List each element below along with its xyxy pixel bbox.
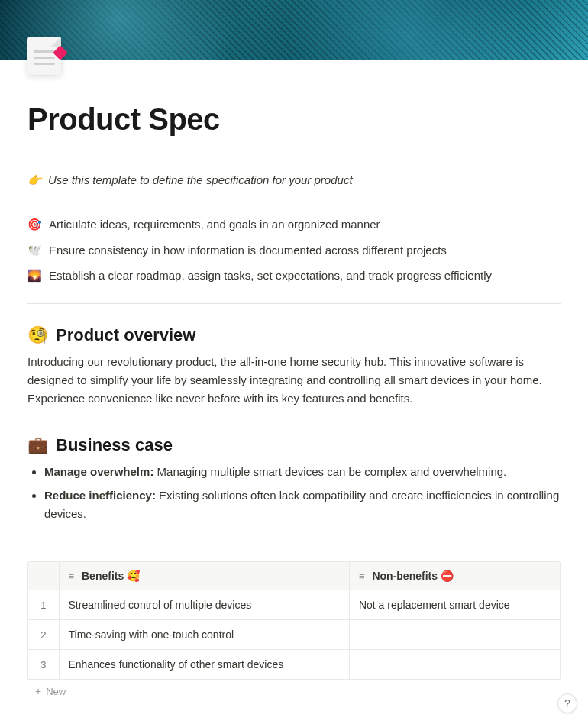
column-label: Non-benefits xyxy=(372,570,438,582)
business-case-heading[interactable]: 💼 Business case xyxy=(27,435,561,455)
benefits-table: ≡ Benefits 🥰 ≡ Non-benefits ⛔ 1 Streamli… xyxy=(27,561,561,680)
list-item[interactable]: Manage overwhelm: Managing multiple smar… xyxy=(44,463,561,481)
goal-item[interactable]: 🎯 Articulate ideas, requirements, and go… xyxy=(27,216,561,234)
heart-face-icon: 🥰 xyxy=(127,570,140,582)
overview-heading[interactable]: 🧐 Product overview xyxy=(27,325,561,345)
goal-item[interactable]: 🕊️ Ensure consistency in how information… xyxy=(27,242,561,260)
non-benefits-column-header[interactable]: ≡ Non-benefits ⛔ xyxy=(349,562,560,590)
overview-body[interactable]: Introducing our revolutionary product, t… xyxy=(27,353,561,408)
list-item[interactable]: Reduce inefficiency: Existing solutions … xyxy=(44,486,561,523)
briefcase-icon: 💼 xyxy=(27,435,48,455)
non-benefit-cell[interactable]: Not a replacement smart device xyxy=(349,590,560,620)
callout-text: Use this template to define the specific… xyxy=(48,173,353,186)
goal-text: Articulate ideas, requirements, and goal… xyxy=(49,216,380,234)
table-row[interactable]: 1 Streamlined control of multiple device… xyxy=(28,590,560,620)
row-number: 1 xyxy=(28,590,59,620)
benefit-cell[interactable]: Streamlined control of multiple devices xyxy=(59,590,349,620)
monocle-face-icon: 🧐 xyxy=(27,325,48,345)
row-number-header xyxy=(28,562,59,590)
help-button[interactable]: ? xyxy=(557,693,577,713)
bold-label: Manage overwhelm: xyxy=(44,465,153,478)
row-number: 3 xyxy=(28,650,59,680)
cover-image xyxy=(0,0,588,60)
text-property-icon: ≡ xyxy=(69,570,75,582)
target-icon: 🎯 xyxy=(27,216,41,234)
benefits-column-header[interactable]: ≡ Benefits 🥰 xyxy=(59,562,349,590)
sunrise-icon: 🌄 xyxy=(27,267,41,285)
goal-text: Ensure consistency in how information is… xyxy=(49,242,447,260)
pointing-hand-icon: 👉 xyxy=(27,173,42,187)
dove-icon: 🕊️ xyxy=(27,242,41,260)
table-row[interactable]: 2 Time-saving with one-touch control xyxy=(28,620,560,650)
page-icon[interactable] xyxy=(27,37,67,76)
overview-heading-text: Product overview xyxy=(56,325,195,345)
page-content: Product Spec 👉 Use this template to defi… xyxy=(0,102,588,718)
non-benefit-cell[interactable] xyxy=(349,620,560,650)
table-row[interactable]: 3 Enhances functionality of other smart … xyxy=(28,650,560,680)
row-number: 2 xyxy=(28,620,59,650)
new-label: New xyxy=(46,686,66,697)
page-title[interactable]: Product Spec xyxy=(27,102,561,137)
non-benefit-cell[interactable] xyxy=(349,650,560,680)
new-row-button[interactable]: + New xyxy=(27,680,561,703)
text-property-icon: ≡ xyxy=(359,570,365,582)
divider xyxy=(27,303,561,304)
benefit-cell[interactable]: Time-saving with one-touch control xyxy=(59,620,349,650)
plus-icon: + xyxy=(35,685,41,697)
no-entry-icon: ⛔ xyxy=(441,570,454,582)
column-label: Benefits xyxy=(82,570,124,582)
goal-item[interactable]: 🌄 Establish a clear roadmap, assign task… xyxy=(27,267,561,285)
business-case-heading-text: Business case xyxy=(56,435,173,455)
benefit-cell[interactable]: Enhances functionality of other smart de… xyxy=(59,650,349,680)
callout[interactable]: 👉 Use this template to define the specif… xyxy=(27,173,561,187)
goal-text: Establish a clear roadmap, assign tasks,… xyxy=(49,267,492,285)
business-case-list: Manage overwhelm: Managing multiple smar… xyxy=(27,463,561,523)
bold-label: Reduce inefficiency: xyxy=(44,489,156,502)
list-text: Managing multiple smart devices can be c… xyxy=(153,465,506,478)
goals-list: 🎯 Articulate ideas, requirements, and go… xyxy=(27,216,561,285)
